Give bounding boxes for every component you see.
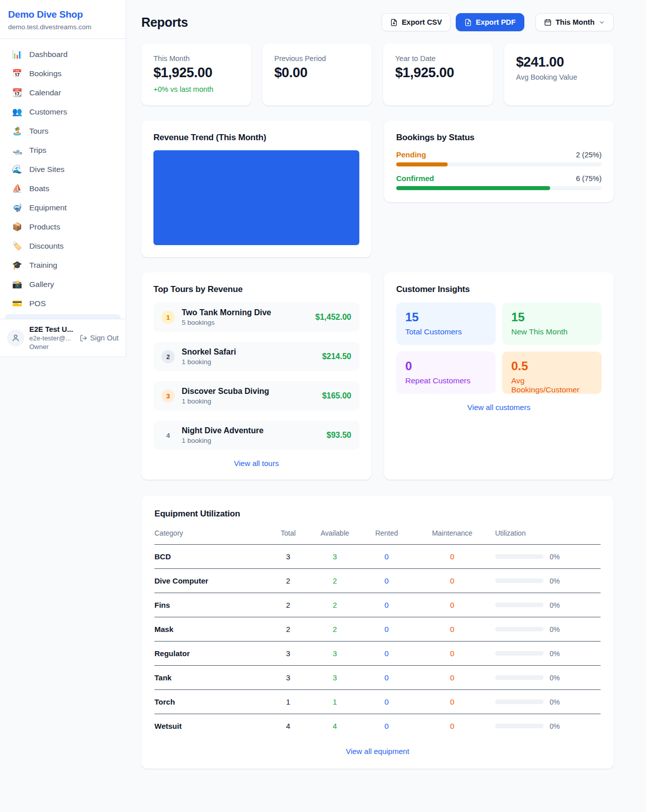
tour-amount: $165.00 [322, 391, 351, 400]
rank-badge: 1 [162, 311, 175, 324]
stat-card-this-month: This Month $1,925.00 +0% vs last month [141, 43, 251, 105]
status-progress-track [396, 162, 602, 166]
equipment-rented: 0 [364, 714, 409, 738]
tour-name: Night Dive Adventure [182, 426, 263, 435]
equipment-row-regulator: Regulator 3 3 0 0 0% [154, 642, 601, 666]
equipment-utilization-card: Equipment Utilization Category Total Ava… [141, 496, 614, 769]
tour-amount: $1,452.00 [315, 313, 351, 322]
period-selector[interactable]: This Month [535, 13, 614, 31]
tour-bookings: 1 booking [182, 358, 236, 366]
equipment-available: 3 [306, 666, 364, 690]
tour-row-discover-scuba-diving[interactable]: 3 Discover Scuba Diving 1 booking $165.0… [153, 381, 359, 411]
equipment-available: 3 [306, 642, 364, 666]
utilization-bar [495, 578, 544, 583]
equipment-row-mask: Mask 2 2 0 0 0% [154, 617, 601, 642]
sidebar-item-label: POS [29, 299, 46, 308]
sidebar-item-label: Boats [29, 184, 49, 193]
sidebar-item-label: Dashboard [29, 50, 68, 59]
sidebar-item-label: Customers [29, 107, 67, 117]
sign-out-button[interactable]: Sign Out [80, 334, 119, 342]
insight-value: 15 [511, 310, 593, 324]
user-panel: E2E Test U... e2e-tester@... Owner Sign … [0, 319, 126, 357]
stat-label: This Month [153, 54, 239, 63]
stat-label: Avg Booking Value [516, 73, 602, 81]
view-all-tours-link[interactable]: View all tours [153, 459, 359, 468]
page-title: Reports [141, 15, 188, 30]
equipment-available: 1 [306, 690, 364, 714]
tour-bookings: 1 booking [182, 437, 263, 444]
equipment-category: Fins [154, 593, 271, 617]
sidebar-item-dive-sites[interactable]: 🌊 Dive Sites [5, 160, 121, 179]
user-avatar-icon [7, 329, 24, 346]
tour-list: 1 Two Tank Morning Dive 5 bookings $1,45… [153, 303, 359, 450]
export-pdf-label: Export PDF [476, 18, 516, 26]
export-csv-button[interactable]: Export CSV [382, 13, 451, 31]
sidebar-item-reports-partial[interactable] [5, 314, 121, 319]
period-label: This Month [556, 18, 595, 26]
insight-tile-repeat-customers: 0 Repeat Customers [396, 352, 496, 394]
sidebar-item-label: Dive Sites [29, 165, 65, 174]
equipment-available: 2 [306, 593, 364, 617]
sidebar-item-label: Bookings [29, 69, 62, 78]
sidebar-nav: 📊 Dashboard 📅 Bookings 📆 Calendar 👥 Cust… [0, 39, 126, 313]
sidebar-item-gallery[interactable]: 📸 Gallery [5, 275, 121, 294]
utilization-cell: 0% [495, 577, 601, 585]
tour-bookings: 1 booking [182, 397, 269, 405]
status-progress-fill [396, 186, 550, 190]
insight-value: 0.5 [511, 359, 593, 373]
sidebar-item-equipment[interactable]: 🤿 Equipment [5, 198, 121, 217]
sidebar-item-products[interactable]: 📦 Products [5, 217, 121, 237]
status-progress-track [396, 186, 602, 190]
sidebar-item-pos[interactable]: 💳 POS [5, 294, 121, 313]
status-list: Pending 2 (25%) Confirmed 6 (75%) [396, 150, 602, 190]
insight-tile-total-customers: 15 Total Customers [396, 303, 496, 345]
utilization-cell: 0% [495, 553, 601, 561]
rank-badge: 3 [162, 389, 175, 402]
sidebar-item-tours[interactable]: 🏝️ Tours [5, 122, 121, 141]
equipment-maintenance: 0 [409, 690, 495, 714]
view-all-customers-link[interactable]: View all customers [396, 403, 602, 412]
equipment-maintenance: 0 [409, 666, 495, 690]
equipment-rented: 0 [364, 569, 409, 593]
stat-value: $1,925.00 [395, 65, 481, 81]
equipment-available: 2 [306, 617, 364, 642]
shop-domain: demo.test.divestreams.com [8, 23, 118, 31]
header-actions: Export CSV Export PDF This Month [382, 13, 614, 31]
status-progress-fill [396, 162, 448, 166]
equipment-category: Torch [154, 690, 271, 714]
sidebar-item-dashboard[interactable]: 📊 Dashboard [5, 45, 121, 64]
sidebar-item-customers[interactable]: 👥 Customers [5, 102, 121, 122]
sidebar-item-boats[interactable]: ⛵ Boats [5, 179, 121, 198]
tour-row-night-dive-adventure[interactable]: 4 Night Dive Adventure 1 booking $93.50 [153, 421, 359, 450]
utilization-cell: 0% [495, 650, 601, 658]
equipment-rented: 0 [364, 593, 409, 617]
insights-row: Top Tours by Revenue 1 Two Tank Morning … [141, 272, 614, 480]
sidebar-item-bookings[interactable]: 📅 Bookings [5, 64, 121, 83]
sidebar-item-label: Equipment [29, 203, 67, 212]
col-utilization: Utilization [495, 523, 601, 545]
equipment-category: Dive Computer [154, 569, 271, 593]
chevron-down-icon [599, 19, 605, 26]
col-maintenance: Maintenance [409, 523, 495, 545]
sidebar-item-discounts[interactable]: 🏷️ Discounts [5, 237, 121, 256]
equipment-category: BCD [154, 545, 271, 569]
utilization-bar [495, 603, 544, 607]
col-available: Available [306, 523, 364, 545]
sidebar-item-trips[interactable]: 🛥️ Trips [5, 141, 121, 160]
sidebar-item-label: Discounts [29, 242, 64, 251]
tour-row-two-tank-morning-dive[interactable]: 1 Two Tank Morning Dive 5 bookings $1,45… [153, 303, 359, 332]
stat-delta: +0% vs last month [153, 85, 239, 93]
tour-row-snorkel-safari[interactable]: 2 Snorkel Safari 1 booking $214.50 [153, 342, 359, 371]
sidebar-item-calendar[interactable]: 📆 Calendar [5, 83, 121, 102]
utilization-bar [495, 724, 544, 728]
export-pdf-button[interactable]: Export PDF [456, 13, 524, 31]
insight-label: Total Customers [405, 327, 487, 336]
user-name: E2E Test U... [29, 325, 73, 333]
sidebar-item-training[interactable]: 🎓 Training [5, 256, 121, 275]
col-category: Category [154, 523, 271, 545]
utilization-percent: 0% [550, 674, 560, 682]
view-all-equipment-link[interactable]: View all equipment [154, 747, 601, 756]
equipment-table: Category Total Available Rented Maintena… [154, 523, 601, 738]
equipment-row-torch: Torch 1 1 0 0 0% [154, 690, 601, 714]
utilization-bar [495, 554, 544, 559]
